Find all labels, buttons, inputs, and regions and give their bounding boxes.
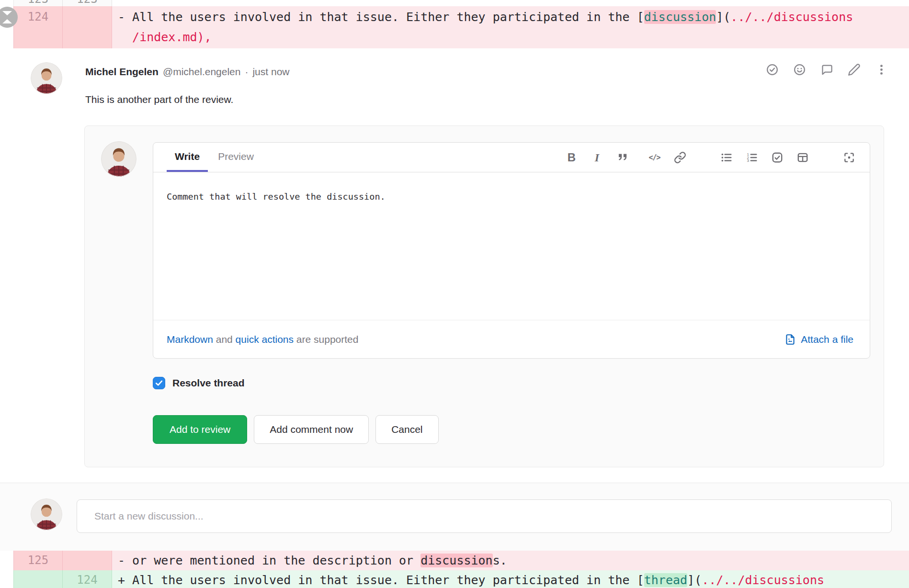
diff-word-highlight: thread bbox=[644, 573, 687, 587]
editor-footer: Markdown and quick actions are supported… bbox=[153, 320, 870, 358]
diff-code-line-2: /index.md), bbox=[118, 27, 909, 47]
new-line-number-cell[interactable] bbox=[63, 6, 112, 48]
triangle-up bbox=[2, 19, 12, 23]
and-text: and bbox=[216, 334, 233, 345]
diff-text: All the users involved in that issue. Ei… bbox=[132, 10, 644, 24]
resolve-thread-label: Resolve thread bbox=[172, 377, 245, 389]
old-line-number-cell[interactable]: 123 bbox=[13, 0, 63, 6]
new-discussion-strip bbox=[0, 483, 909, 551]
tab-write[interactable]: Write bbox=[167, 143, 208, 172]
editor-tabs: Write Preview B I </> 123 bbox=[153, 143, 870, 172]
new-discussion-input[interactable] bbox=[77, 499, 892, 533]
diff-url-text: ../../discussions bbox=[730, 10, 853, 24]
tab-preview[interactable]: Preview bbox=[210, 143, 262, 172]
triangle-down bbox=[2, 11, 12, 15]
code-glyph: </> bbox=[648, 153, 660, 162]
supported-text: are supported bbox=[296, 334, 359, 345]
italic-icon[interactable]: I bbox=[591, 151, 603, 164]
resolve-thread-checkbox[interactable] bbox=[153, 377, 165, 389]
svg-text:3: 3 bbox=[747, 158, 749, 163]
check-icon bbox=[154, 378, 164, 388]
diff-word-highlight: discussion bbox=[644, 10, 716, 24]
edit-pencil-icon[interactable] bbox=[848, 63, 861, 76]
diff-sign: - bbox=[118, 7, 132, 27]
comment-actions bbox=[766, 63, 888, 76]
timestamp[interactable]: just now bbox=[252, 66, 289, 78]
diff-word-highlight: discussion bbox=[420, 554, 493, 567]
author-handle[interactable]: @michel.engelen bbox=[163, 66, 241, 78]
quote-icon[interactable] bbox=[616, 151, 629, 164]
author-name[interactable]: Michel Engelen bbox=[85, 66, 159, 78]
resolve-check-circle-icon[interactable] bbox=[766, 63, 779, 76]
diff-code-cell: -All the users involved in that issue. E… bbox=[112, 6, 909, 48]
diff-text: ]( bbox=[716, 10, 730, 24]
diff-text: s. bbox=[493, 554, 507, 567]
avatar bbox=[101, 141, 136, 177]
bold-glyph: B bbox=[568, 152, 576, 163]
diff-code-cell: -or were mentioned in the description or… bbox=[112, 551, 909, 570]
merge-request-review-page: 123 123 124 -All the users involved in t… bbox=[0, 0, 909, 588]
quick-actions-link[interactable]: quick actions bbox=[236, 334, 294, 345]
new-line-number: 123 bbox=[63, 0, 112, 5]
diff-code-line-1: -All the users involved in that issue. E… bbox=[118, 7, 909, 27]
bold-icon[interactable]: B bbox=[565, 151, 578, 164]
reply-form-panel: Write Preview B I </> 123 bbox=[84, 125, 884, 467]
emoji-smiley-icon[interactable] bbox=[793, 63, 806, 76]
editor-toolbar: B I </> 123 bbox=[565, 143, 870, 172]
numbered-list-icon[interactable]: 123 bbox=[745, 151, 758, 164]
code-icon[interactable]: </> bbox=[648, 151, 661, 164]
diff-context-row: 123 123 bbox=[0, 0, 909, 6]
diff-text: ]( bbox=[687, 573, 702, 587]
diff-removed-line-top: 124 -All the users involved in that issu… bbox=[0, 6, 909, 48]
comment-body: This is another part of the review. bbox=[85, 94, 233, 105]
diff-sign: + bbox=[118, 570, 132, 588]
old-line-number-cell[interactable] bbox=[13, 570, 63, 588]
separator-dot: · bbox=[245, 66, 248, 78]
attach-image-file-icon bbox=[784, 333, 796, 346]
diff-code-cell: +All the users involved in that issue. E… bbox=[112, 570, 909, 588]
add-to-review-button[interactable]: Add to review bbox=[153, 415, 247, 444]
old-line-number: 123 bbox=[14, 0, 62, 5]
diff-added-line-bottom: 124 +All the users involved in that issu… bbox=[0, 570, 909, 588]
table-icon[interactable] bbox=[796, 151, 809, 164]
diff-text: All the users involved in that issue. Ei… bbox=[132, 573, 644, 587]
resolve-thread-row: Resolve thread bbox=[153, 377, 245, 389]
avatar[interactable] bbox=[31, 62, 62, 94]
form-buttons: Add to review Add comment now Cancel bbox=[153, 415, 439, 444]
attach-file-button[interactable]: Attach a file bbox=[784, 333, 853, 346]
more-options-kebab-icon[interactable] bbox=[875, 63, 888, 76]
diff-sign: - bbox=[118, 551, 132, 570]
italic-glyph: I bbox=[595, 152, 599, 163]
old-line-number: 125 bbox=[28, 554, 48, 567]
add-comment-now-button[interactable]: Add comment now bbox=[254, 415, 369, 444]
task-list-icon[interactable] bbox=[771, 151, 784, 164]
markdown-link[interactable]: Markdown bbox=[167, 334, 213, 345]
bullet-list-icon[interactable] bbox=[720, 151, 733, 164]
old-line-number-cell[interactable]: 124 bbox=[13, 6, 63, 48]
comment-header: Michel Engelen @michel.engelen · just no… bbox=[85, 66, 290, 78]
avatar bbox=[31, 498, 62, 530]
comment-textarea[interactable]: Comment that will resolve the discussion… bbox=[153, 172, 870, 320]
link-icon[interactable] bbox=[673, 151, 686, 164]
new-line-number-cell[interactable]: 123 bbox=[63, 0, 112, 6]
old-line-number: 124 bbox=[28, 10, 48, 23]
diff-text: or were mentioned in the description or bbox=[132, 554, 420, 567]
cancel-button[interactable]: Cancel bbox=[375, 415, 438, 444]
markdown-support-text: Markdown and quick actions are supported bbox=[167, 334, 358, 345]
new-line-number-cell[interactable]: 124 bbox=[63, 570, 112, 588]
new-line-number-cell[interactable] bbox=[63, 551, 112, 570]
old-line-number-cell[interactable]: 125 bbox=[13, 551, 63, 570]
focus-mode-icon[interactable] bbox=[842, 151, 855, 164]
diff-url-text: ../../discussions bbox=[702, 573, 824, 587]
markdown-editor: Write Preview B I </> 123 bbox=[153, 142, 870, 359]
comment-bubble-icon[interactable] bbox=[820, 63, 833, 76]
new-line-number: 124 bbox=[77, 573, 97, 587]
attach-file-label: Attach a file bbox=[801, 334, 853, 345]
diff-removed-line-bottom: 125 -or were mentioned in the descriptio… bbox=[0, 551, 909, 570]
